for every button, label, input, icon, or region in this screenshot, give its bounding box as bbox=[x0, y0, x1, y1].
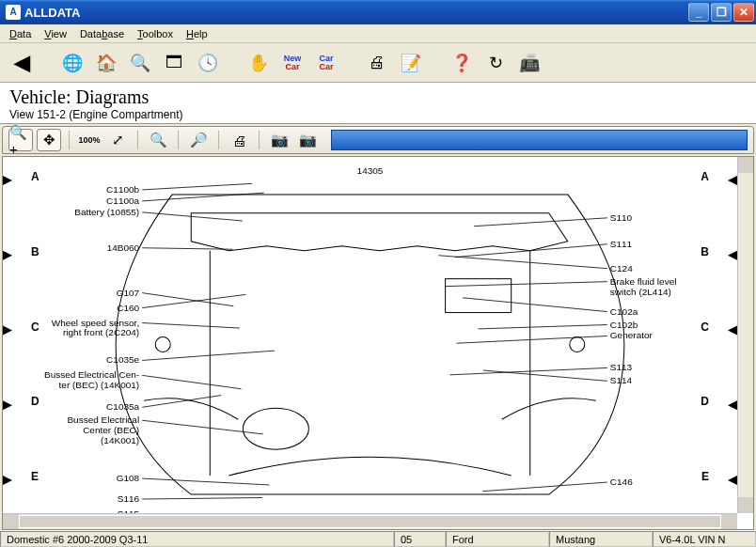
svg-text:C102b: C102b bbox=[610, 320, 638, 330]
zoom-minus-icon[interactable]: 🔎 bbox=[186, 129, 211, 151]
home-icon[interactable]: 🏠 bbox=[92, 49, 120, 77]
svg-text:C1035e: C1035e bbox=[106, 354, 139, 365]
svg-text:E: E bbox=[31, 470, 39, 483]
menu-data[interactable]: Data bbox=[4, 26, 37, 41]
status-engine: V6-4.0L VIN N bbox=[653, 531, 756, 547]
status-year: 05 bbox=[394, 531, 446, 547]
svg-text:Battery (10855): Battery (10855) bbox=[74, 207, 139, 217]
svg-text:C1100a: C1100a bbox=[106, 195, 139, 206]
pan-icon[interactable]: ✥ bbox=[37, 129, 61, 151]
svg-text:B: B bbox=[701, 245, 709, 258]
svg-text:A: A bbox=[31, 170, 39, 183]
back-button[interactable]: ◀ bbox=[8, 49, 36, 77]
svg-text:Bussed Electrical: Bussed Electrical bbox=[67, 414, 139, 425]
car-button[interactable]: CarCar bbox=[312, 49, 340, 77]
viewer-toolbar: 🔍+ ✥ 100% ⤢ 🔍 🔎 🖨 📷 📷 bbox=[2, 126, 754, 154]
refresh-icon[interactable]: ↻ bbox=[481, 49, 510, 77]
horizontal-scrollbar[interactable] bbox=[3, 513, 737, 529]
status-model: Mustang bbox=[549, 531, 653, 547]
menu-bar: Data View Database Toolbox Help bbox=[0, 24, 756, 43]
svg-text:14B060: 14B060 bbox=[107, 242, 140, 253]
zoom-100-icon[interactable]: 100% bbox=[77, 129, 102, 151]
svg-text:right front (2C204): right front (2C204) bbox=[63, 328, 139, 338]
svg-text:S114: S114 bbox=[610, 375, 633, 385]
time-icon[interactable]: 🕓 bbox=[194, 49, 222, 77]
window-controls: _ ❐ ✕ bbox=[688, 3, 754, 22]
svg-text:C: C bbox=[701, 320, 709, 334]
diagram-viewport[interactable]: AABBCCDDEE 14305 C1100bC1100aBattery (10… bbox=[2, 156, 754, 530]
print-icon[interactable]: 🖨 bbox=[363, 49, 391, 77]
viewer-spacer bbox=[331, 130, 748, 150]
svg-text:S111: S111 bbox=[610, 239, 633, 249]
title-bar: A ALLDATA _ ❐ ✕ bbox=[0, 0, 756, 24]
svg-text:C1035a: C1035a bbox=[106, 401, 139, 412]
search-icon[interactable]: 🔍 bbox=[126, 49, 154, 77]
svg-text:C146: C146 bbox=[610, 477, 633, 487]
close-button[interactable]: ✕ bbox=[733, 3, 754, 22]
engine-diagram: AABBCCDDEE 14305 C1100bC1100aBattery (10… bbox=[3, 157, 737, 513]
hand-icon[interactable]: ✋ bbox=[244, 49, 273, 77]
status-db: Domestic #6 2000-2009 Q3-11 bbox=[0, 531, 394, 547]
menu-help[interactable]: Help bbox=[181, 26, 213, 41]
globe-icon[interactable]: 🌐 bbox=[58, 49, 87, 77]
zoom-plus-icon[interactable]: 🔍 bbox=[146, 129, 170, 151]
svg-text:switch (2L414): switch (2L414) bbox=[610, 287, 671, 297]
menu-database[interactable]: Database bbox=[74, 26, 130, 41]
maximize-button[interactable]: ❐ bbox=[711, 3, 732, 22]
svg-text:C1100b: C1100b bbox=[106, 184, 139, 195]
svg-text:Brake fluid level: Brake fluid level bbox=[610, 276, 677, 287]
zoom-in-icon[interactable]: 🔍+ bbox=[8, 129, 33, 151]
vertical-scrollbar[interactable] bbox=[737, 157, 753, 513]
svg-text:D: D bbox=[31, 395, 39, 408]
page-title: Vehicle: Diagrams bbox=[9, 86, 747, 108]
svg-text:C102a: C102a bbox=[610, 306, 638, 317]
page-heading: Vehicle: Diagrams View 151-2 (Engine Com… bbox=[0, 83, 756, 124]
svg-text:C160: C160 bbox=[117, 303, 139, 313]
svg-text:D: D bbox=[701, 395, 709, 408]
svg-text:A: A bbox=[701, 170, 709, 183]
page-subtitle: View 151-2 (Engine Compartment) bbox=[9, 108, 747, 121]
code-icon[interactable]: 🗖 bbox=[160, 49, 188, 77]
svg-text:S116: S116 bbox=[118, 493, 140, 504]
camera-icon: 📷 bbox=[267, 129, 291, 151]
minimize-button[interactable]: _ bbox=[688, 3, 709, 22]
svg-text:Bussed Electrical Cen-: Bussed Electrical Cen- bbox=[44, 369, 139, 380]
viewer-print-icon[interactable]: 🖨 bbox=[227, 129, 251, 151]
fax-icon[interactable]: 📠 bbox=[515, 49, 543, 77]
window-title: ALLDATA bbox=[24, 6, 688, 20]
svg-text:G107: G107 bbox=[117, 288, 140, 298]
svg-text:ter (BEC) (14K001): ter (BEC) (14K001) bbox=[59, 380, 140, 390]
status-bar: Domestic #6 2000-2009 Q3-11 05 Ford Must… bbox=[0, 530, 756, 547]
main-toolbar: ◀ 🌐 🏠 🔍 🗖 🕓 ✋ NewCar CarCar 🖨 📝 ❓ ↻ 📠 bbox=[0, 43, 756, 83]
svg-text:C124: C124 bbox=[610, 263, 633, 274]
svg-text:Wheel speed sensor,: Wheel speed sensor, bbox=[52, 318, 139, 328]
status-make: Ford bbox=[446, 531, 549, 547]
app-icon: A bbox=[6, 5, 21, 20]
svg-text:B: B bbox=[31, 245, 39, 258]
svg-text:(14K001): (14K001) bbox=[101, 435, 139, 445]
help-icon[interactable]: ❓ bbox=[448, 49, 476, 77]
svg-text:S110: S110 bbox=[610, 212, 633, 223]
fit-icon[interactable]: ⤢ bbox=[105, 129, 130, 151]
note-icon[interactable]: 📝 bbox=[397, 49, 425, 77]
svg-text:C: C bbox=[31, 320, 39, 334]
svg-text:G108: G108 bbox=[117, 473, 140, 483]
svg-text:14305: 14305 bbox=[357, 165, 384, 176]
camera2-icon: 📷 bbox=[295, 129, 320, 151]
menu-view[interactable]: View bbox=[39, 26, 72, 41]
menu-toolbox[interactable]: Toolbox bbox=[132, 26, 179, 41]
svg-text:Generator: Generator bbox=[610, 331, 654, 341]
svg-text:E: E bbox=[701, 470, 709, 483]
svg-text:S113: S113 bbox=[610, 362, 633, 372]
new-car-button[interactable]: NewCar bbox=[278, 49, 307, 77]
svg-text:Center (BEC): Center (BEC) bbox=[83, 425, 139, 435]
